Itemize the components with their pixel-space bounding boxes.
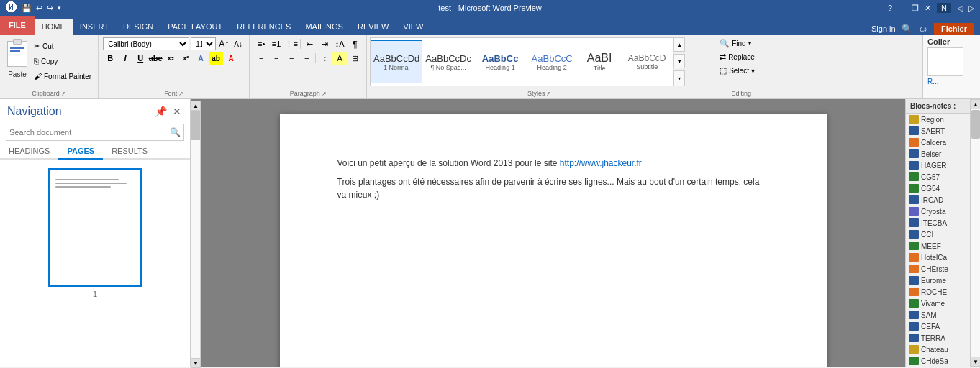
nav-search-box[interactable]: 🔍 [6, 124, 184, 141]
align-center-button[interactable]: ≡ [269, 52, 283, 65]
font-color-button[interactable]: A [224, 52, 238, 65]
bloc-item[interactable]: ITECBA [906, 217, 970, 229]
fichier-button[interactable]: Fichier [934, 23, 974, 34]
restore-icon[interactable]: ❐ [912, 4, 919, 13]
nav-close-button[interactable]: ✕ [171, 106, 183, 117]
font-size-select[interactable]: 11 [191, 37, 216, 50]
bloc-item[interactable]: CG54 [906, 183, 970, 194]
borders-button[interactable]: ⊞ [348, 52, 362, 65]
bloc-item[interactable]: ROCHE [906, 286, 970, 298]
increase-indent-button[interactable]: ⇥ [317, 37, 332, 50]
tab-view[interactable]: VIEW [396, 19, 430, 34]
styles-scroll-up[interactable]: ▲ [673, 37, 685, 52]
bloc-item[interactable]: CHErste [906, 263, 970, 275]
bloc-item[interactable]: IRCAD [906, 194, 970, 206]
minimize-icon[interactable]: — [898, 4, 906, 12]
right-scroll-up[interactable]: ▲ [971, 99, 980, 109]
undo-icon[interactable]: ↩ [36, 4, 42, 13]
superscript-button[interactable]: x² [178, 52, 193, 65]
bloc-item[interactable]: Caldera [906, 137, 970, 148]
bloc-item[interactable]: HotelCa [906, 252, 970, 263]
smiley-icon[interactable]: ☺ [918, 23, 928, 34]
subscript-button[interactable]: x₂ [163, 52, 178, 65]
bloc-item[interactable]: HAGER [906, 160, 970, 171]
search-people-icon[interactable]: 🔍 [902, 24, 912, 34]
right-scroll-down[interactable]: ▼ [971, 356, 980, 367]
back-icon[interactable]: ◁ [957, 4, 963, 13]
style-no-spacing[interactable]: AaBbCcDc ¶ No Spac... [422, 40, 474, 83]
italic-button[interactable]: I [118, 52, 132, 65]
right-scroll-thumb[interactable] [971, 110, 980, 139]
bloc-item[interactable]: Beiser [906, 148, 970, 160]
font-family-select[interactable]: Calibri (Body) [103, 37, 189, 50]
bloc-item[interactable]: CEFA [906, 321, 970, 332]
copy-button[interactable]: ⎘ Copy [32, 54, 94, 68]
sort-button[interactable]: ↕A [332, 37, 347, 50]
signin-label[interactable]: Sign in [871, 24, 896, 33]
bloc-item[interactable]: SAERT [906, 125, 970, 137]
nav-tab-results[interactable]: RESULTS [103, 144, 156, 160]
bloc-item[interactable]: CCI [906, 229, 970, 240]
bloc-item[interactable]: CHdeSa [906, 355, 970, 367]
tab-page-layout[interactable]: PAGE LAYOUT [160, 19, 230, 34]
bloc-item[interactable]: MEEF [906, 240, 970, 252]
word-sidebar-btn[interactable]: N [937, 3, 951, 13]
multilevel-list-button[interactable]: ⋮≡ [284, 37, 299, 50]
doc-link[interactable]: http://www.jhackeur.fr [560, 158, 642, 168]
bloc-item[interactable]: SAM [906, 309, 970, 321]
style-heading2[interactable]: AaBbCcC Heading 2 [526, 40, 578, 83]
coller-r-label[interactable]: R... [927, 78, 976, 86]
format-painter-button[interactable]: 🖌 Format Painter [32, 69, 94, 83]
text-effect-button[interactable]: A [194, 52, 208, 65]
nav-tab-headings[interactable]: HEADINGS [0, 144, 58, 160]
underline-button[interactable]: U [133, 52, 148, 65]
shading-button[interactable]: A [332, 52, 347, 65]
font-shrink-button[interactable]: A↓ [232, 37, 245, 50]
highlight-button[interactable]: ab [209, 52, 223, 65]
show-hide-button[interactable]: ¶ [348, 37, 362, 50]
tab-references[interactable]: REFERENCES [230, 19, 298, 34]
font-grow-button[interactable]: A↑ [217, 37, 230, 50]
nav-pin-button[interactable]: 📌 [153, 106, 168, 117]
scroll-up-arrow[interactable]: ▲ [191, 101, 201, 111]
align-left-button[interactable]: ≡ [254, 52, 268, 65]
select-button[interactable]: ⬚ Select ▾ [717, 65, 758, 77]
style-subtitle[interactable]: AaBbCcD Subtitle [621, 40, 673, 83]
styles-more[interactable]: ▾ [673, 70, 685, 86]
tab-design[interactable]: DESIGN [116, 19, 160, 34]
page-thumbnail-1[interactable] [48, 168, 142, 287]
styles-scroll-down[interactable]: ▼ [673, 54, 685, 68]
forward-icon[interactable]: ▷ [968, 4, 974, 13]
style-normal[interactable]: AaBbCcDd 1 Normal [371, 40, 422, 83]
justify-button[interactable]: ≡ [299, 52, 314, 65]
close-icon[interactable]: ✕ [925, 4, 931, 13]
bloc-item[interactable]: Chateau [906, 344, 970, 355]
nav-search-input[interactable] [9, 128, 170, 137]
cut-button[interactable]: ✂ Cut [32, 39, 94, 53]
numbering-button[interactable]: ≡1 [269, 37, 283, 50]
bloc-item[interactable]: CG57 [906, 171, 970, 183]
bold-button[interactable]: B [103, 52, 117, 65]
quick-access-save[interactable]: 💾 [22, 4, 32, 13]
line-spacing-button[interactable]: ↕ [317, 52, 332, 65]
bloc-item[interactable]: Eurome [906, 275, 970, 286]
decrease-indent-button[interactable]: ⇤ [302, 37, 317, 50]
paste-button[interactable]: Paste [4, 37, 30, 78]
tab-review[interactable]: REVIEW [350, 19, 396, 34]
tab-home[interactable]: HOME [35, 19, 73, 34]
quick-access-dropdown[interactable]: ▾ [58, 4, 61, 12]
redo-icon[interactable]: ↪ [47, 4, 53, 13]
strikethrough-button[interactable]: abc [148, 52, 163, 65]
document-area[interactable]: ▲ ▼ Voici un petit aperçu de la solution… [191, 99, 905, 367]
scroll-down-arrow[interactable]: ▼ [191, 358, 201, 367]
help-icon[interactable]: ? [888, 4, 892, 12]
tab-mailings[interactable]: MAILINGS [298, 19, 350, 34]
clipboard-expander[interactable]: ↗ [61, 91, 66, 97]
bloc-item[interactable]: Cryosta [906, 206, 970, 217]
style-heading1[interactable]: AaBbCc Heading 1 [474, 40, 526, 83]
font-expander[interactable]: ↗ [178, 91, 183, 97]
align-right-button[interactable]: ≡ [284, 52, 299, 65]
scroll-thumb[interactable] [191, 111, 200, 140]
styles-expander[interactable]: ↗ [546, 91, 551, 97]
nav-tab-pages[interactable]: PAGES [58, 144, 103, 160]
